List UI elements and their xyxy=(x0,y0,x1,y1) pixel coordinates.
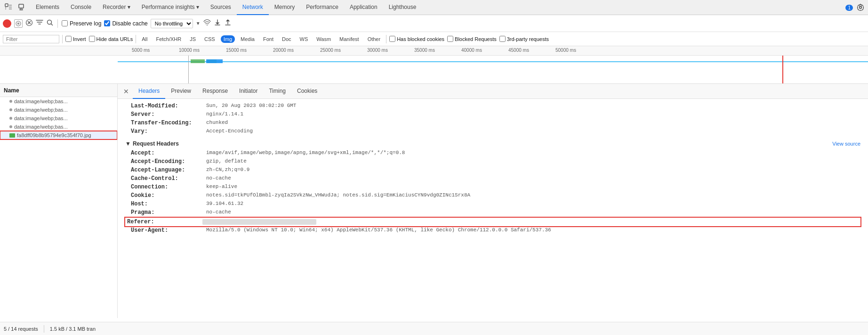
import-button[interactable] xyxy=(214,19,221,28)
filter-doc-button[interactable]: Doc xyxy=(279,35,294,43)
request-header-cache-control: Cache-Control: no-cache xyxy=(125,175,860,182)
timeline-tick-3: 15000 ms xyxy=(226,48,247,53)
timeline-tick-7: 35000 ms xyxy=(414,48,435,53)
main-area: Name data:image/webp;bas... data:image/w… xyxy=(0,84,868,318)
response-header-vary: Vary: Accept-Encoding xyxy=(125,128,860,135)
request-headers-title[interactable]: ▼ Request Headers View source xyxy=(125,140,860,147)
inspect-icon-tab[interactable] xyxy=(2,0,15,15)
filter-other-button[interactable]: Other xyxy=(365,35,384,43)
tab-performance-insights[interactable]: Performance insights ▾ xyxy=(136,0,205,15)
timeline-vertical-line xyxy=(188,56,189,83)
filter-font-button[interactable]: Font xyxy=(260,35,276,43)
headers-content: Last-Modified: Sun, 20 Aug 2023 08:02:20… xyxy=(118,99,868,243)
filter-separator-3 xyxy=(386,35,386,43)
tab-console[interactable]: Console xyxy=(65,0,97,15)
list-item-1[interactable]: data:image/webp;bas... xyxy=(0,97,117,106)
throttle-select[interactable]: No throttling xyxy=(151,19,193,28)
timeline-tick-5: 25000 ms xyxy=(320,48,341,53)
detail-tab-headers[interactable]: Headers xyxy=(133,84,165,99)
detail-panel: ✕ Headers Preview Response Initiator Tim… xyxy=(118,84,868,318)
svg-rect-0 xyxy=(5,4,8,7)
hide-data-urls-checkbox[interactable] xyxy=(89,36,95,42)
preserve-log-checkbox[interactable] xyxy=(62,20,68,26)
third-party-label[interactable]: 3rd-party requests xyxy=(499,36,549,42)
status-dot-1 xyxy=(9,100,12,103)
timeline-tick-4: 20000 ms xyxy=(273,48,294,53)
request-headers-section: ▼ Request Headers View source Accept: im… xyxy=(125,140,860,234)
disable-cache-label[interactable]: Disable cache xyxy=(104,20,147,27)
preserve-log-label[interactable]: Preserve log xyxy=(62,20,101,27)
request-header-user-agent: User-Agent: Mozilla/5.0 (Windows NT 10.0… xyxy=(125,227,860,234)
status-dot-2 xyxy=(9,108,12,111)
timeline-main-bar xyxy=(118,61,868,62)
filter-button[interactable] xyxy=(36,19,43,28)
disable-cache-checkbox[interactable] xyxy=(104,20,110,26)
has-blocked-cookies-checkbox[interactable] xyxy=(389,36,395,42)
filter-input[interactable] xyxy=(3,35,59,43)
detail-tab-initiator[interactable]: Initiator xyxy=(233,84,263,99)
timeline-header: 5000 ms 10000 ms 15000 ms 20000 ms 25000… xyxy=(0,46,868,56)
filter-all-button[interactable]: All xyxy=(139,35,150,43)
filter-media-button[interactable]: Media xyxy=(238,35,257,43)
response-headers-section: Last-Modified: Sun, 20 Aug 2023 08:02:20… xyxy=(125,103,860,135)
tab-recorder[interactable]: Recorder ▾ xyxy=(97,0,136,15)
name-panel-header: Name xyxy=(0,84,117,97)
tab-network[interactable]: Network xyxy=(237,0,269,15)
list-item-5[interactable]: fa8dff09b8b95794e9c354f70.jpg xyxy=(0,131,117,139)
detail-tab-response[interactable]: Response xyxy=(197,84,233,99)
has-blocked-cookies-label[interactable]: Has blocked cookies xyxy=(389,36,444,42)
devtools-tab-bar: Elements Console Recorder ▾ Performance … xyxy=(0,0,868,15)
filter-css-button[interactable]: CSS xyxy=(201,35,218,43)
filter-bar: Invert Hide data URLs All Fetch/XHR JS C… xyxy=(0,32,868,46)
item-name-4: data:image/webp;bas... xyxy=(14,124,68,130)
tab-memory[interactable]: Memory xyxy=(269,0,300,15)
filter-separator xyxy=(62,35,63,43)
filter-manifest-button[interactable]: Manifest xyxy=(337,35,362,43)
close-detail-button[interactable]: ✕ xyxy=(120,88,133,95)
blocked-requests-checkbox[interactable] xyxy=(447,36,453,42)
filter-js-button[interactable]: JS xyxy=(187,35,199,43)
clear-button[interactable] xyxy=(25,19,33,28)
invert-checkbox[interactable] xyxy=(65,36,72,42)
filter-wasm-button[interactable]: Wasm xyxy=(313,35,334,43)
list-item-2[interactable]: data:image/webp;bas... xyxy=(0,106,117,114)
detail-tab-preview[interactable]: Preview xyxy=(165,84,197,99)
detail-tab-cookies[interactable]: Cookies xyxy=(291,84,323,99)
hide-data-urls-checkbox-label[interactable]: Hide data URLs xyxy=(89,36,133,42)
timeline-green-bar-1 xyxy=(191,59,205,63)
tab-elements[interactable]: Elements xyxy=(30,0,65,15)
device-icon-tab[interactable] xyxy=(15,0,28,15)
timeline-bar-area xyxy=(0,56,868,84)
invert-checkbox-label[interactable]: Invert xyxy=(65,36,86,42)
triangle-icon: ▼ xyxy=(125,140,131,147)
timeline-tick-9: 45000 ms xyxy=(508,48,529,53)
timeline-tick-1: 5000 ms xyxy=(132,48,150,53)
filter-img-button[interactable]: Img xyxy=(221,35,235,43)
request-header-accept: Accept: image/avif,image/webp,image/apng… xyxy=(125,150,860,156)
filter-ws-button[interactable]: WS xyxy=(297,35,311,43)
tab-performance[interactable]: Performance xyxy=(300,0,344,15)
view-source-link[interactable]: View source xyxy=(832,141,860,147)
filter-separator-2 xyxy=(136,35,136,43)
stop-button[interactable] xyxy=(14,19,23,28)
settings-button[interactable] xyxy=(855,2,866,13)
timeline-red-marker xyxy=(782,56,783,83)
search-button[interactable] xyxy=(46,19,54,28)
third-party-checkbox[interactable] xyxy=(499,36,506,42)
network-toolbar: Preserve log Disable cache No throttling… xyxy=(0,15,868,32)
response-header-last-modified: Last-Modified: Sun, 20 Aug 2023 08:02:20… xyxy=(125,103,860,109)
request-header-referer: Referer: ███████████████████████████████… xyxy=(125,218,860,226)
record-button[interactable] xyxy=(3,19,11,28)
blocked-requests-label[interactable]: Blocked Requests xyxy=(447,36,497,42)
timeline-tick-10: 50000 ms xyxy=(555,48,576,53)
item-name-1: data:image/webp;bas... xyxy=(14,98,68,104)
list-item-3[interactable]: data:image/webp;bas... xyxy=(0,114,117,123)
tab-application[interactable]: Application xyxy=(344,0,383,15)
filter-fetch-xhr-button[interactable]: Fetch/XHR xyxy=(153,35,184,43)
export-button[interactable] xyxy=(224,19,232,28)
list-item-4[interactable]: data:image/webp;bas... xyxy=(0,123,117,131)
detail-tab-timing[interactable]: Timing xyxy=(263,84,291,99)
wifi-icon-button[interactable] xyxy=(203,19,211,28)
tab-lighthouse[interactable]: Lighthouse xyxy=(383,0,422,15)
tab-sources[interactable]: Sources xyxy=(205,0,237,15)
